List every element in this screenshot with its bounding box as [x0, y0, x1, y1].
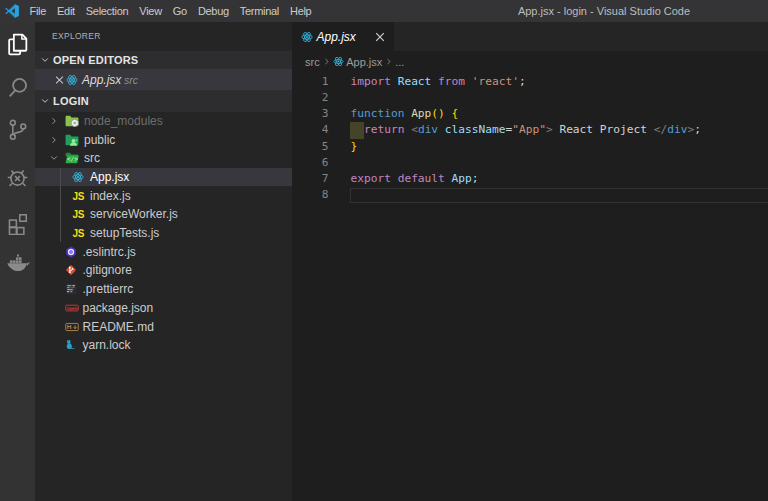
eslint-icon: [65, 246, 77, 258]
code-token: import: [351, 75, 398, 88]
code-token: div: [418, 123, 445, 136]
code-line-4: 4 return <div className="App"> React Pro…: [293, 122, 768, 138]
tree-item-setuptestsjs[interactable]: JS setupTests.js: [35, 224, 292, 243]
line-number: 6: [293, 155, 329, 171]
code-token: <: [411, 123, 418, 136]
line-number: 4: [293, 122, 329, 138]
tree-item-eslintrc[interactable]: .eslintrc.js: [35, 242, 292, 261]
chevron-right-icon: [384, 57, 393, 66]
tree-item-public[interactable]: public: [35, 130, 292, 149]
editor-group: App.jsx src App.jsx: [293, 22, 768, 501]
code-token: ;: [694, 123, 701, 136]
section-login[interactable]: LOGIN: [35, 90, 292, 112]
code-token: ;: [519, 75, 526, 88]
breadcrumb: src App.jsx ...: [293, 51, 768, 72]
titlebar: File Edit Selection View Go Debug Termin…: [0, 0, 768, 22]
menu-help[interactable]: Help: [284, 0, 316, 22]
menu-terminal[interactable]: Terminal: [234, 0, 284, 22]
chevron-right-icon: [49, 116, 59, 126]
open-editor-item-appjsx[interactable]: App.jsx src: [35, 69, 292, 90]
js-icon: JS: [73, 228, 85, 239]
code-line-3: 3 function App() {: [293, 106, 768, 122]
open-editor-description: src: [124, 74, 138, 86]
icon-glyph: [5, 165, 30, 190]
tree-item-prettierrc[interactable]: .prettierrc: [35, 280, 292, 299]
tree-item-indexjs[interactable]: JS index.js: [35, 186, 292, 205]
source-control-icon[interactable]: [5, 117, 30, 142]
tree-item-label: README.md: [83, 320, 154, 334]
react-icon: [72, 171, 84, 183]
menubar: File Edit Selection View Go Debug Termin…: [24, 0, 317, 22]
docker-icon[interactable]: [5, 252, 30, 277]
close-icon[interactable]: [55, 75, 64, 84]
icon-glyph: [5, 117, 30, 142]
tree-item-label: public: [84, 133, 115, 147]
folder-public-icon: [65, 134, 79, 146]
tree-item-label: serviceWorker.js: [90, 207, 178, 221]
code-area[interactable]: 1 import React from 'react'; 2 3 functio…: [293, 72, 768, 501]
menu-go[interactable]: Go: [167, 0, 192, 22]
close-icon[interactable]: [375, 32, 385, 42]
chevron-right-glyph: [322, 57, 331, 66]
breadcrumb-src[interactable]: src: [305, 56, 320, 68]
section-open-editors[interactable]: OPEN EDITORS: [35, 51, 292, 69]
code-token: "App": [512, 123, 546, 136]
folder-node-icon: [65, 115, 79, 127]
code-token: 'react': [472, 75, 519, 88]
svg-text:npm: npm: [67, 306, 78, 311]
tree-item-serviceworkerjs[interactable]: JS serviceWorker.js: [35, 205, 292, 224]
tab-label: App.jsx: [317, 30, 356, 44]
code-token: from: [438, 75, 472, 88]
code-token: () {: [431, 107, 458, 120]
search-icon[interactable]: [5, 75, 30, 100]
prettier-icon: [65, 283, 77, 295]
code-text: import React from 'react';: [351, 74, 526, 90]
open-editors-label: OPEN EDITORS: [53, 54, 138, 66]
yarn-icon: [65, 339, 77, 351]
tree-item-readme[interactable]: README.md: [35, 317, 292, 336]
tree-item-label: yarn.lock: [83, 338, 131, 352]
vscode-logo-icon: [5, 4, 19, 18]
debug-icon[interactable]: [5, 165, 30, 190]
login-label: LOGIN: [53, 95, 89, 107]
tree-item-label: package.json: [83, 301, 154, 315]
code-text: function App() {: [351, 106, 459, 122]
chevron-down-icon: [49, 153, 59, 163]
code-line-8: 8: [293, 187, 768, 203]
code-token: >: [546, 123, 553, 136]
code-token: [351, 123, 364, 136]
breadcrumb-symbol[interactable]: ...: [395, 56, 404, 68]
breadcrumb-appjsx[interactable]: App.jsx: [333, 56, 383, 68]
code-token: className: [445, 123, 506, 136]
line-number: 5: [293, 139, 329, 155]
menu-view[interactable]: View: [134, 0, 167, 22]
code-token: App: [411, 107, 431, 120]
code-token: function: [351, 107, 412, 120]
menu-file[interactable]: File: [24, 0, 52, 22]
chevron-down-icon: [40, 55, 50, 65]
chevron-down-icon: [40, 96, 50, 106]
code-line-5: 5 }: [293, 139, 768, 155]
tree-item-appjsx[interactable]: App.jsx: [35, 168, 292, 187]
menu-selection[interactable]: Selection: [80, 0, 134, 22]
tab-appjsx[interactable]: App.jsx: [293, 22, 394, 51]
sidebar-title: EXPLORER: [52, 22, 101, 51]
tree-item-src[interactable]: </> src: [35, 149, 292, 168]
tree-item-packagejson[interactable]: npm package.json: [35, 299, 292, 318]
tree-item-gitignore[interactable]: .gitignore: [35, 261, 292, 280]
tree-item-yarnlock[interactable]: yarn.lock: [35, 336, 292, 355]
code-line-2: 2: [293, 90, 768, 106]
tree-item-node-modules[interactable]: node_modules: [35, 112, 292, 131]
extensions-icon[interactable]: [5, 210, 30, 235]
activity-bar: [0, 22, 35, 501]
menu-debug[interactable]: Debug: [192, 0, 234, 22]
code-line-6: 6: [293, 155, 768, 171]
explorer-icon[interactable]: [5, 32, 30, 57]
js-icon: JS: [73, 209, 85, 220]
menu-edit[interactable]: Edit: [52, 0, 81, 22]
chevron-right-glyph: [384, 57, 393, 66]
icon-glyph: [5, 32, 30, 57]
breadcrumb-file-label: App.jsx: [346, 56, 382, 68]
code-text: export default App;: [351, 171, 479, 187]
code-token: return: [364, 123, 411, 136]
